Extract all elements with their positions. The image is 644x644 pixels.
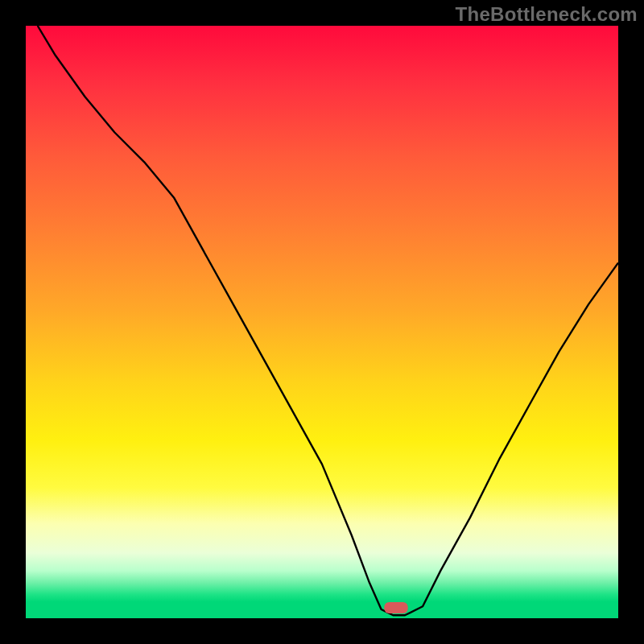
bottleneck-curve: [38, 26, 618, 615]
chart-frame: TheBottleneck.com: [0, 0, 644, 644]
curve-layer: [26, 26, 618, 618]
watermark-text: TheBottleneck.com: [456, 3, 638, 26]
plot-area: [26, 26, 618, 618]
optimum-marker: [384, 602, 407, 613]
